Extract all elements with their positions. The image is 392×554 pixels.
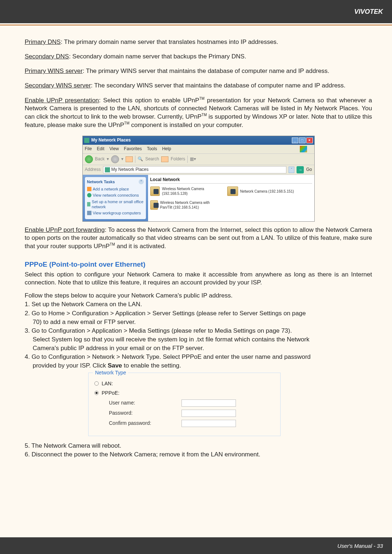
- step-2a: 2. Go to Home > Configuration > Applicat…: [25, 309, 372, 317]
- local-network-header: Local Network: [150, 177, 312, 184]
- secondary-dns-def: Secondary DNS: Secondary domain name ser…: [25, 53, 372, 61]
- minimize-button[interactable]: _: [292, 138, 298, 143]
- pppoe-heading: PPPoE (Point-to-point over Ethernet): [25, 260, 372, 269]
- back-dropdown-icon[interactable]: ▾: [107, 156, 109, 162]
- camera-label: Wireless Network Camera with Pan/Tilt (1…: [160, 200, 222, 210]
- home-icon: [87, 202, 90, 206]
- footer-text: User's Manual - 33: [338, 543, 383, 549]
- step-2b: 70) to add a new email or FTP server.: [25, 318, 372, 326]
- secondary-wins-def: Secondary WINS server: The secondary WIN…: [25, 82, 372, 90]
- secondary-dns-label: Secondary DNS: [25, 53, 69, 60]
- address-bar: Address My Network Places ˅ → Go: [83, 165, 314, 175]
- primary-wins-text: : The primary WINS server that maintains…: [83, 67, 330, 74]
- radio-unchecked-icon[interactable]: [94, 381, 99, 386]
- views-button[interactable]: ▦▾: [190, 156, 196, 162]
- sidebar-item-view-connections[interactable]: View network connections: [87, 193, 144, 198]
- network-type-form: Network Type LAN: PPPoE: User name: Pass…: [88, 373, 281, 436]
- upnp-pres-text-a: : Select this option to enable UPnP: [99, 97, 199, 104]
- pppoe-follow: Follow the steps below to acquire your N…: [25, 292, 372, 300]
- forward-dropdown-icon[interactable]: ▾: [121, 156, 123, 162]
- go-button[interactable]: →: [297, 166, 304, 173]
- menu-favorites[interactable]: Favorites: [124, 146, 142, 152]
- network-camera-item[interactable]: Wireless Network Camera (192.168.5.128): [150, 186, 223, 196]
- forward-button[interactable]: [111, 155, 119, 163]
- menu-edit[interactable]: Edit: [97, 146, 105, 152]
- menu-tools[interactable]: Tools: [147, 146, 157, 152]
- password-input[interactable]: [181, 410, 236, 417]
- folders-icon: [161, 156, 168, 162]
- network-icon: [87, 193, 91, 197]
- address-dropdown-icon[interactable]: ˅: [289, 167, 294, 173]
- pppoe-intro: Select this option to configure your Net…: [25, 271, 372, 287]
- search-icon: 🔍: [138, 156, 143, 162]
- windows-logo-icon: [300, 146, 307, 152]
- sidebar-item-label: View network connections: [93, 193, 139, 198]
- star-icon: [87, 187, 91, 191]
- menu-file[interactable]: File: [85, 146, 92, 152]
- window-toolbar: Back ▾ ▾ 🔍 Search Folders ▦▾: [83, 154, 314, 165]
- go-label: Go: [306, 167, 312, 173]
- sidebar: Network Tasks ˄ Add a network place View…: [83, 175, 148, 221]
- sidebar-item-add-place[interactable]: Add a network place: [87, 186, 144, 192]
- step-3c: Camera's public IP address in your email…: [25, 344, 372, 352]
- lan-label: LAN:: [102, 380, 113, 387]
- confirm-password-input[interactable]: [181, 420, 236, 427]
- sidebar-item-label: View workgroup computers: [93, 210, 141, 216]
- maximize-button[interactable]: □: [299, 138, 306, 143]
- upnp-port-forwarding-def: Enable UPnP port forwarding: To access t…: [25, 226, 372, 250]
- close-button[interactable]: ×: [306, 138, 313, 143]
- pppoe-label: PPPoE:: [102, 390, 119, 396]
- tm-mark: TM: [124, 121, 129, 125]
- username-input[interactable]: [181, 399, 236, 407]
- address-label: Address: [85, 167, 101, 173]
- toolbar-separator: [187, 156, 188, 163]
- toolbar-separator: [135, 156, 135, 163]
- network-tasks-header: Network Tasks: [87, 179, 115, 184]
- main-pane: Local Network Wireless Network Camera (1…: [148, 175, 314, 221]
- secondary-wins-label: Secondary WINS server: [25, 82, 91, 89]
- back-button[interactable]: [85, 155, 93, 163]
- lan-radio-row[interactable]: LAN:: [94, 380, 274, 387]
- up-folder-button[interactable]: [126, 156, 133, 162]
- secondary-dns-text: : Secondary domain name server that back…: [69, 53, 246, 60]
- step-6: 6. Disconnect the power to the Network C…: [25, 451, 372, 459]
- search-button[interactable]: Search: [145, 156, 159, 162]
- primary-wins-label: Primary WINS server: [25, 67, 83, 74]
- brand-logo: VIVOTEK: [354, 8, 383, 16]
- primary-wins-def: Primary WINS server: The primary WINS se…: [25, 67, 372, 75]
- folders-button[interactable]: Folders: [171, 156, 185, 162]
- upnp-presentation-def: Enable UPnP presentation: Select this op…: [25, 96, 372, 129]
- sidebar-item-setup-network[interactable]: Set up a home or small office network: [87, 199, 144, 210]
- confirm-password-label: Confirm password:: [109, 420, 181, 426]
- address-input[interactable]: My Network Places: [103, 166, 287, 173]
- tm-mark: TM: [199, 97, 204, 100]
- network-camera-item[interactable]: Network Camera (192.168.5.151): [227, 186, 300, 196]
- menu-view[interactable]: View: [110, 146, 119, 152]
- step-3b: Select System log so that you will recei…: [25, 336, 372, 344]
- step-4a: 4. Go to Configuration > Network > Netwo…: [25, 353, 372, 361]
- primary-dns-label: Primary DNS: [25, 38, 61, 45]
- network-camera-item[interactable]: Wireless Network Camera with Pan/Tilt (1…: [150, 200, 223, 210]
- workgroup-icon: [87, 211, 91, 215]
- pppoe-radio-row[interactable]: PPPoE:: [94, 390, 274, 396]
- username-label: User name:: [109, 399, 181, 406]
- header-bar: VIVOTEK: [0, 0, 392, 23]
- step-1: 1. Set up the Network Camera on the LAN.: [25, 300, 372, 308]
- network-places-icon: [84, 138, 89, 143]
- window-titlebar[interactable]: My Network Places _ □ ×: [83, 136, 314, 145]
- window-title: My Network Places: [91, 138, 292, 143]
- camera-label: Wireless Network Camera (192.168.5.128): [162, 186, 222, 196]
- step-4b-bold: Save: [108, 362, 122, 369]
- password-label: Password:: [109, 410, 181, 416]
- back-label: Back: [95, 156, 105, 162]
- collapse-icon[interactable]: ˄: [139, 179, 144, 184]
- upnp-pres-text-d: component is installed on your computer.: [130, 122, 244, 128]
- menu-help[interactable]: Help: [162, 146, 171, 152]
- radio-checked-icon[interactable]: [94, 391, 99, 395]
- my-network-places-window: My Network Places _ □ × File Edit View F…: [82, 136, 315, 222]
- primary-dns-def: Primary DNS: The primary domain name ser…: [25, 38, 372, 46]
- camera-icon: [150, 200, 158, 210]
- page-footer: User's Manual - 33: [0, 537, 392, 554]
- sidebar-item-view-workgroup[interactable]: View workgroup computers: [87, 210, 144, 216]
- window-menu-bar: File Edit View Favorites Tools Help: [83, 145, 314, 154]
